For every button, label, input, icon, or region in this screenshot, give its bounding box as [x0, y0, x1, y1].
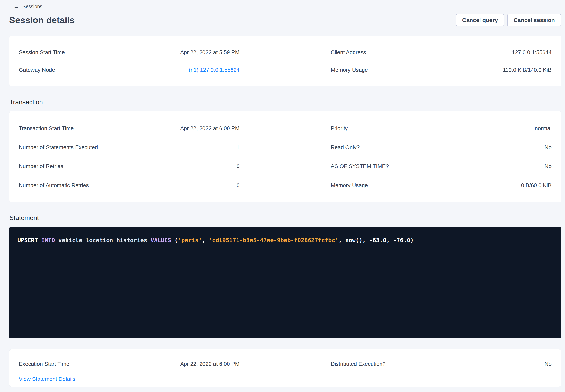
execution-card: Execution Start Time Apr 22, 2022 at 6:0… [9, 349, 561, 387]
as-of-system-time-value: No [544, 163, 551, 169]
distributed-execution-value: No [544, 361, 551, 367]
statements-executed-label: Number of Statements Executed [19, 144, 98, 151]
priority-value: normal [535, 125, 551, 131]
row-distributed-execution: Distributed Execution? No [331, 355, 552, 373]
session-summary-right-column: Client Address 127.0.0.1:55644 Memory Us… [331, 43, 552, 79]
statements-executed-value: 1 [237, 144, 240, 151]
automatic-retries-value: 0 [237, 182, 240, 189]
statement-section-heading: Statement [9, 214, 561, 222]
cancel-query-button[interactable]: Cancel query [456, 14, 504, 26]
page-title: Session details [9, 15, 75, 25]
back-to-sessions-link[interactable]: ← Sessions [14, 3, 42, 9]
sql-token-into: INTO [41, 237, 55, 243]
row-session-memory-usage: Memory Usage 110.0 KiB/140.0 KiB [331, 61, 552, 79]
row-transaction-start-time: Transaction Start Time Apr 22, 2022 at 6… [19, 119, 240, 138]
gateway-node-link[interactable]: (n1) 127.0.0.1:55624 [189, 67, 240, 73]
row-automatic-retries: Number of Automatic Retries 0 [19, 176, 240, 195]
session-start-time-value: Apr 22, 2022 at 5:59 PM [180, 49, 240, 56]
number-of-retries-label: Number of Retries [19, 163, 63, 169]
execution-start-time-label: Execution Start Time [19, 361, 69, 367]
session-details-page: ← Sessions Session details Cancel query … [0, 0, 565, 387]
back-arrow-icon: ← [14, 3, 19, 9]
transaction-memory-usage-value: 0 B/60.0 KiB [521, 182, 551, 189]
row-gateway-node: Gateway Node (n1) 127.0.0.1:55624 [19, 61, 240, 79]
sql-token-string-city: 'paris' [178, 237, 202, 243]
sql-token-comma: , [202, 237, 209, 243]
client-address-value: 127.0.0.1:55644 [512, 49, 551, 56]
row-client-address: Client Address 127.0.0.1:55644 [331, 43, 552, 61]
client-address-label: Client Address [331, 49, 366, 56]
sql-statement-box: UPSERT INTO vehicle_location_histories V… [9, 227, 561, 338]
sql-token-open-paren: ( [171, 237, 178, 243]
transaction-right-column: Priority normal Read Only? No AS OF SYST… [331, 119, 552, 195]
session-start-time-label: Session Start Time [19, 49, 65, 56]
action-buttons: Cancel query Cancel session [456, 14, 561, 26]
automatic-retries-label: Number of Automatic Retries [19, 182, 89, 189]
view-statement-details-link[interactable]: View Statement Details [19, 376, 75, 382]
execution-start-time-value: Apr 22, 2022 at 6:00 PM [180, 361, 240, 367]
sql-token-string-uuid: 'cd195171-b3a5-47ae-9beb-f028627fcfbc' [209, 237, 339, 243]
session-memory-usage-value: 110.0 KiB/140.0 KiB [503, 67, 551, 73]
row-priority: Priority normal [331, 119, 552, 138]
read-only-value: No [544, 144, 551, 151]
execution-right-column: Distributed Execution? No [331, 355, 552, 382]
sql-token-table-name: vehicle_location_histories [55, 237, 151, 243]
row-as-of-system-time: AS OF SYSTEM TIME? No [331, 157, 552, 176]
breadcrumb-label: Sessions [23, 4, 42, 9]
transaction-card: Transaction Start Time Apr 22, 2022 at 6… [9, 111, 561, 202]
execution-left-column: Execution Start Time Apr 22, 2022 at 6:0… [19, 355, 240, 382]
sql-statement: UPSERT INTO vehicle_location_histories V… [17, 236, 553, 244]
transaction-start-time-label: Transaction Start Time [19, 125, 74, 131]
transaction-start-time-value: Apr 22, 2022 at 6:00 PM [180, 125, 240, 131]
statement-details-link-row: View Statement Details [19, 376, 240, 382]
number-of-retries-value: 0 [237, 163, 240, 169]
session-summary-card: Session Start Time Apr 22, 2022 at 5:59 … [9, 36, 561, 86]
sql-token-upsert: UPSERT [17, 237, 41, 243]
session-memory-usage-label: Memory Usage [331, 67, 368, 73]
session-summary-left-column: Session Start Time Apr 22, 2022 at 5:59 … [19, 43, 240, 79]
row-statements-executed: Number of Statements Executed 1 [19, 138, 240, 157]
row-transaction-memory-usage: Memory Usage 0 B/60.0 KiB [331, 176, 552, 195]
sql-token-values: VALUES [151, 237, 171, 243]
sql-token-args-tail: , now(), -63.0, -76.0) [339, 237, 414, 243]
cancel-session-button[interactable]: Cancel session [507, 14, 561, 26]
priority-label: Priority [331, 125, 348, 131]
as-of-system-time-label: AS OF SYSTEM TIME? [331, 163, 389, 169]
row-execution-start-time: Execution Start Time Apr 22, 2022 at 6:0… [19, 355, 240, 373]
distributed-execution-label: Distributed Execution? [331, 361, 386, 367]
title-row: Session details Cancel query Cancel sess… [9, 14, 561, 27]
row-number-of-retries: Number of Retries 0 [19, 157, 240, 176]
read-only-label: Read Only? [331, 144, 360, 151]
row-session-start-time: Session Start Time Apr 22, 2022 at 5:59 … [19, 43, 240, 61]
transaction-section-heading: Transaction [9, 98, 561, 106]
transaction-left-column: Transaction Start Time Apr 22, 2022 at 6… [19, 119, 240, 195]
row-read-only: Read Only? No [331, 138, 552, 157]
gateway-node-label: Gateway Node [19, 67, 55, 73]
transaction-memory-usage-label: Memory Usage [331, 182, 368, 189]
